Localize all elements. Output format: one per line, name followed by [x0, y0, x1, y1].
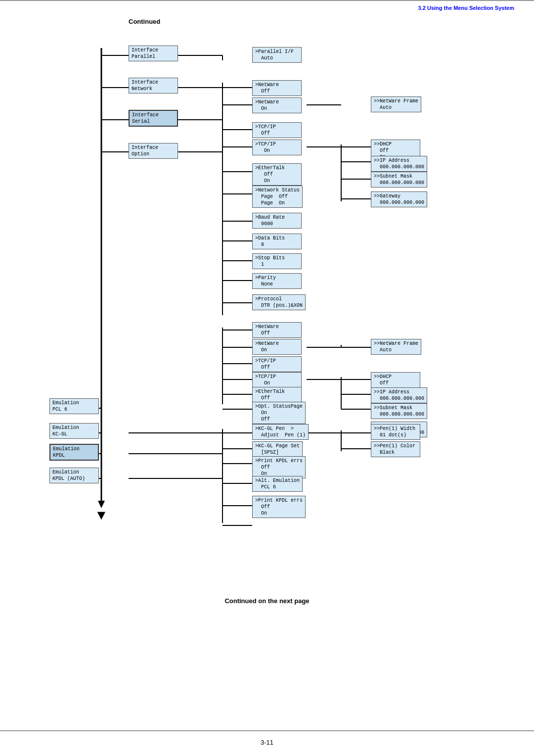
tcpip-off-2-node: >TCP/IP Off [252, 356, 302, 372]
netware-on-2-node: >NetWare On [252, 339, 302, 355]
section-title: 3.2 Using the Menu Selection System [418, 5, 514, 11]
netware-frame-2-node: >>NetWare Frame Auto [371, 339, 421, 355]
protocol-node: >Protocol DTR (pos.)&XON [252, 294, 306, 310]
data-bits-node: >Data Bits 8 [252, 234, 302, 249]
emulation-kcgl-node: Emulation KC-GL [49, 423, 99, 439]
pen1-color-node: >>Pen(1) Color Black [371, 441, 420, 457]
netware-frame-1-node: >>NetWare Frame Auto [371, 96, 421, 112]
opt-statuspage-node: >Opt. StatusPage On Off [252, 402, 306, 424]
gateway-1-node: >>Gateway 000.000.000.000 [371, 191, 427, 207]
ip-address-1-node: >>IP Address 000.000.000.000 [371, 156, 427, 172]
tcpip-on-2-node: >TCP/IP On [252, 372, 302, 388]
parallel-if-node: >Parallel I/F Auto [252, 47, 302, 63]
down-arrow: ▼ [94, 508, 109, 523]
kcgl-pageset-node: >KC-GL Page Set [SPSZ] [252, 441, 303, 457]
emulation-kpdlauto-node: Emulation KPDL (AUTO) [49, 468, 99, 483]
baud-rate-node: >Baud Rate 9600 [252, 213, 302, 229]
interface-serial-node: Interface Serial [129, 110, 178, 127]
subnet-mask-2-node: >>Subnet Mask 000.000.000.000 [371, 403, 427, 419]
tcpip-off-1-node: >TCP/IP Off [252, 122, 302, 138]
network-status-node: >Network Status Page Off Page On [252, 186, 303, 208]
pen1-width-node: >>Pen(1) Width 01 dot(s) [371, 424, 420, 440]
svg-marker-1 [98, 501, 105, 508]
emulation-pcl6-node: Emulation PCL 6 [49, 398, 99, 414]
netware-on-1-node: >NetWare On [252, 97, 302, 113]
kcgl-pen-node: >KC-GL Pen > Adjust Pen (1) [252, 424, 309, 440]
ip-address-2-node: >>IP Address 000.000.000.000 [371, 387, 427, 403]
parity-node: >Parity None [252, 273, 302, 289]
stop-bits-node: >Stop Bits 1 [252, 253, 302, 269]
interface-parallel-node: Interface Parallel [129, 46, 178, 61]
continued-next-label: Continued on the next page [20, 597, 514, 605]
emulation-kpdl-node: Emulation KPDL [49, 444, 99, 461]
continued-label: Continued [129, 18, 514, 25]
page-number: 3-11 [0, 739, 534, 746]
ethertalk-1-node: >EtherTalk Off On [252, 163, 302, 186]
netware-off-1-node: >NetWare Off [252, 80, 302, 96]
interface-network-node: Interface Network [129, 78, 178, 94]
print-kpdl-errs-1-node: >Print KPDL errs Off On [252, 456, 306, 478]
subnet-mask-1-node: >>Subnet Mask 000.000.000.000 [371, 172, 427, 188]
alt-emulation-node: >Alt. Emulation PCL 6 [252, 476, 303, 492]
print-kpdl-errs-2-node: >Print KPDL errs Off On [252, 496, 306, 518]
netware-off-2-node: >NetWare Off [252, 322, 302, 338]
tcpip-on-1-node: >TCP/IP On [252, 140, 302, 155]
interface-option-node: Interface Option [129, 143, 178, 159]
